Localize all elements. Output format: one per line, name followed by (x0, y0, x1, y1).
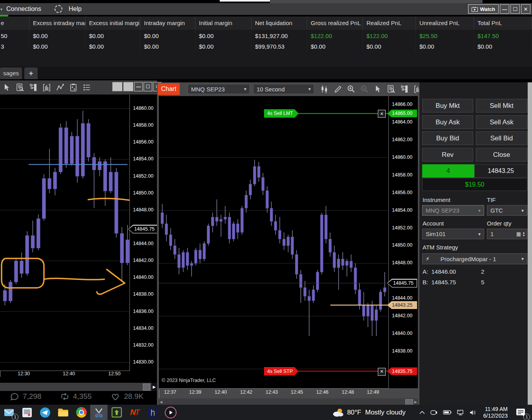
workspace-button[interactable] (112, 82, 122, 91)
accounts-table: eExcess intraday marExcess initial margi… (0, 16, 532, 67)
column-header[interactable]: Excess intraday mar (29, 16, 86, 30)
table-cell: $0.00 (474, 41, 532, 52)
column-header[interactable]: Initial margin (195, 16, 251, 30)
sell-limit-order-cancel-button[interactable]: ✕ (378, 110, 386, 118)
minimize-button[interactable]: — (134, 82, 143, 91)
tray-expand-icon[interactable] (419, 411, 425, 414)
list-icon[interactable] (82, 82, 92, 93)
buy-ask-button[interactable]: Buy Ask (422, 115, 473, 129)
column-header[interactable]: e (0, 16, 29, 30)
minimize-button[interactable]: — (500, 4, 509, 14)
battery-icon[interactable] (443, 410, 452, 415)
buy-bid-button[interactable]: Buy Bid (422, 131, 473, 145)
watch-button[interactable]: Watch (468, 4, 499, 14)
snipping-tool-icon[interactable] (90, 405, 107, 420)
reverse-button[interactable]: Rev (422, 148, 473, 162)
interval-dropdown[interactable]: 10 Second▾ (253, 84, 314, 94)
table-cell: $131,927.00 (251, 31, 307, 41)
sell-mkt-button[interactable]: Sell Mkt (476, 99, 527, 113)
left-chart-scrollbar[interactable] (0, 383, 151, 391)
ninjatrader-icon[interactable]: NT (128, 406, 141, 419)
column-header[interactable]: Total PnL (474, 16, 532, 30)
chrome-icon[interactable] (75, 406, 88, 419)
databox-icon[interactable] (15, 82, 25, 93)
weather-icon[interactable] (332, 408, 344, 417)
charttrader-icon[interactable] (28, 82, 38, 93)
comment-stat[interactable]: 7,298 (9, 392, 42, 401)
time-axis-label: 12:45 (291, 389, 303, 395)
column-header[interactable]: Unrealized PnL (416, 16, 474, 30)
maximize-button[interactable]: ☐ (510, 4, 520, 14)
scroll-left-arrow[interactable]: ◀ (160, 400, 162, 404)
zoomout-icon[interactable] (359, 84, 370, 94)
sell-bid-button[interactable]: Sell Bid (476, 131, 527, 145)
menu-connections[interactable]: Connections (2, 5, 45, 13)
cursor-icon[interactable] (373, 84, 383, 94)
media-player-icon[interactable] (164, 406, 177, 419)
screen-share-app-icon[interactable] (110, 406, 123, 419)
maximize-button[interactable]: ☐ (144, 82, 152, 91)
databox-icon[interactable] (386, 84, 396, 94)
notifications-icon[interactable]: 1 (514, 406, 527, 419)
account-dropdown[interactable]: Sim101▾ (422, 229, 484, 239)
sell-limit-order-label[interactable]: 4s Sell LMT (264, 109, 299, 118)
instrument-dropdown[interactable]: MNQ SEP23▾ (188, 84, 250, 94)
telegram-icon[interactable] (38, 406, 52, 419)
retweet-stat[interactable]: 4,355 (60, 392, 92, 401)
cursor-icon[interactable] (2, 82, 12, 93)
network-icon[interactable] (457, 410, 464, 415)
weather-desc[interactable]: Mostly cloudy (365, 409, 406, 416)
pencil-icon[interactable] (333, 84, 343, 94)
column-header[interactable]: Realized PnL (363, 16, 416, 30)
sell-stop-order-label[interactable]: 4s Sell STP (264, 367, 298, 376)
volume-icon[interactable] (470, 410, 477, 415)
tif-dropdown[interactable]: GTC▾ (487, 205, 527, 216)
chart-price-axis[interactable]: 14866.0014864.0014862.0014860.0014858.00… (389, 96, 418, 388)
scrollbar-thumb[interactable] (405, 399, 413, 405)
taskbar-clock[interactable]: 11:49 AM 6/12/2023 (483, 406, 508, 419)
sell-stop-order-cancel-button[interactable]: ✕ (378, 368, 386, 376)
zoomin-icon[interactable] (346, 84, 356, 94)
clipboard-icon[interactable] (68, 82, 78, 93)
polyline-icon[interactable] (55, 82, 65, 93)
candle-icon[interactable] (319, 84, 330, 94)
chevron-down-icon: ▾ (308, 86, 311, 92)
column-header[interactable]: Excess initial margi (86, 16, 140, 30)
heart-stat[interactable]: 28.9K (111, 392, 144, 401)
weather-temp[interactable]: 80°F (347, 409, 361, 416)
atm-strategy-dropdown[interactable]: ⚡ ProchargedMopar - 1▾ (422, 253, 527, 264)
trader-instrument-dropdown[interactable]: MNQ SEP23▾ (422, 205, 484, 216)
charttrader-icon[interactable] (399, 84, 410, 94)
time-axis-label: 12:39 (189, 389, 201, 395)
file-explorer-icon[interactable] (56, 406, 70, 419)
chart-window-tab[interactable]: Chart (158, 83, 180, 95)
scroll-right-arrow[interactable]: ▶ (151, 383, 157, 391)
lightning-bolt-icon: ⚡ (426, 256, 430, 262)
sell-ask-button[interactable]: Sell Ask (476, 115, 527, 129)
screen-record-icon[interactable] (430, 410, 437, 415)
barchart-icon[interactable] (42, 82, 52, 93)
close-position-button[interactable]: Close (476, 148, 527, 162)
scroll-right-arrow[interactable]: ▶ (414, 400, 417, 404)
order-qty-input[interactable]: 1 ▦ ▲▼ (487, 229, 527, 239)
column-header[interactable]: Gross realized PnL (307, 16, 363, 30)
display-tool-icon[interactable] (20, 406, 34, 419)
time-axis-label: 12:40 (63, 371, 75, 376)
scrollbar-thumb[interactable] (143, 384, 150, 391)
menu-help[interactable]: Help (65, 5, 86, 13)
h-app-icon[interactable] (146, 406, 159, 419)
calculator-icon[interactable]: ▦ (516, 231, 521, 237)
close-button[interactable]: ✕ (521, 4, 530, 14)
atm-level-b-qty: 5 (481, 279, 484, 285)
buy-mkt-button[interactable]: Buy Mkt (422, 99, 473, 113)
left-chart-price-axis[interactable]: 14860.0014858.0014856.0014854.0014852.00… (130, 95, 157, 371)
mail-app-icon[interactable]: 1 (2, 406, 16, 419)
column-header[interactable]: Net liquidation (251, 16, 307, 30)
left-chart-plot[interactable] (0, 95, 130, 371)
chart-plot[interactable] (159, 96, 389, 389)
tab-messages[interactable]: sages (0, 67, 22, 79)
column-header[interactable]: Intraday margin (140, 16, 195, 30)
add-tab-button[interactable]: + (24, 67, 38, 79)
workspace-button[interactable] (123, 82, 133, 91)
qty-spinner[interactable]: ▲▼ (522, 231, 525, 237)
